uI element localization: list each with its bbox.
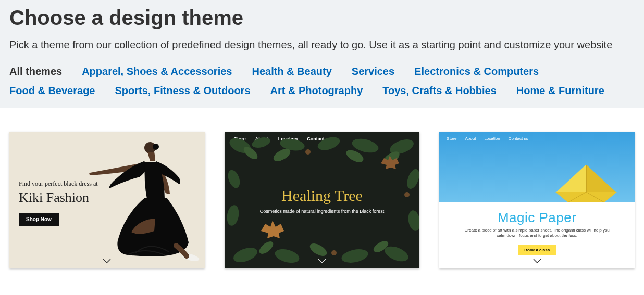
magic-sky: Store About Location Contact us bbox=[439, 132, 635, 202]
svg-point-14 bbox=[404, 168, 419, 190]
kiki-brand: Kiki Fashion bbox=[19, 190, 107, 206]
page-subtitle: Pick a theme from our collection of pred… bbox=[9, 39, 635, 51]
magic-nav-location: Location bbox=[484, 136, 500, 141]
magic-nav-about: About bbox=[465, 136, 476, 141]
category-electronics[interactable]: Electronics & Computers bbox=[414, 66, 539, 78]
magic-nav-contact: Contact us bbox=[509, 136, 528, 141]
category-services[interactable]: Services bbox=[352, 66, 394, 78]
healing-subtitle: Cosmetics made of natural ingredients fr… bbox=[244, 209, 400, 214]
svg-marker-27 bbox=[556, 165, 586, 192]
svg-marker-26 bbox=[555, 192, 617, 202]
category-all-themes[interactable]: All themes bbox=[9, 66, 62, 78]
svg-point-12 bbox=[226, 169, 242, 190]
svg-point-17 bbox=[273, 247, 301, 265]
theme-card-healing-tree[interactable]: Store About Location Contact us bbox=[225, 132, 420, 268]
category-health-beauty[interactable]: Health & Beauty bbox=[252, 66, 331, 78]
svg-point-24 bbox=[331, 250, 337, 255]
category-food-beverage[interactable]: Food & Beverage bbox=[9, 85, 95, 97]
theme-card-magic-paper[interactable]: Store About Location Contact us Magic Pa bbox=[439, 132, 635, 268]
svg-point-15 bbox=[406, 209, 419, 232]
chevron-down-icon bbox=[533, 257, 541, 265]
svg-point-5 bbox=[316, 135, 341, 153]
header-section: Choose a design theme Pick a theme from … bbox=[0, 0, 644, 108]
svg-point-16 bbox=[231, 245, 259, 265]
theme-card-kiki-fashion[interactable]: Find your perfect black dress at Kiki Fa… bbox=[9, 132, 205, 268]
kiki-text-block: Find your perfect black dress at Kiki Fa… bbox=[19, 180, 107, 226]
chevron-down-icon bbox=[103, 257, 111, 265]
category-toys-crafts[interactable]: Toys, Crafts & Hobbies bbox=[382, 85, 497, 97]
magic-body: Magic Paper Create a piece of art with a… bbox=[439, 202, 635, 255]
svg-point-1 bbox=[153, 144, 159, 150]
page-title: Choose a design theme bbox=[9, 6, 635, 30]
category-tabs: All themes Apparel, Shoes & Accessories … bbox=[9, 66, 635, 97]
category-sports[interactable]: Sports, Fitness & Outdoors bbox=[115, 85, 250, 97]
chevron-down-icon bbox=[318, 257, 326, 265]
magic-nav: Store About Location Contact us bbox=[439, 132, 635, 145]
svg-point-20 bbox=[257, 239, 275, 256]
svg-point-3 bbox=[251, 136, 271, 150]
svg-marker-28 bbox=[587, 165, 616, 192]
themes-grid: Find your perfect black dress at Kiki Fa… bbox=[0, 108, 644, 279]
kiki-tagline: Find your perfect black dress at bbox=[19, 180, 107, 188]
magic-book-class-button: Book a class bbox=[518, 245, 556, 255]
category-art-photography[interactable]: Art & Photography bbox=[270, 85, 363, 97]
magic-description: Create a piece of art with a simple pape… bbox=[462, 228, 613, 239]
svg-point-18 bbox=[340, 247, 369, 265]
magic-brand: Magic Paper bbox=[455, 210, 619, 226]
svg-point-23 bbox=[305, 149, 311, 155]
magic-nav-store: Store bbox=[447, 136, 456, 141]
healing-center-text: Healing Tree Cosmetics made of natural i… bbox=[244, 187, 400, 214]
svg-marker-29 bbox=[586, 165, 587, 192]
svg-point-13 bbox=[225, 204, 240, 226]
svg-point-25 bbox=[404, 192, 410, 197]
svg-point-21 bbox=[308, 241, 329, 259]
category-home-furniture[interactable]: Home & Furniture bbox=[516, 85, 604, 97]
healing-brand: Healing Tree bbox=[244, 187, 400, 204]
category-apparel[interactable]: Apparel, Shoes & Accessories bbox=[82, 66, 232, 78]
origami-boat-icon bbox=[552, 162, 620, 203]
kiki-shop-now-button: Shop Now bbox=[19, 213, 59, 226]
